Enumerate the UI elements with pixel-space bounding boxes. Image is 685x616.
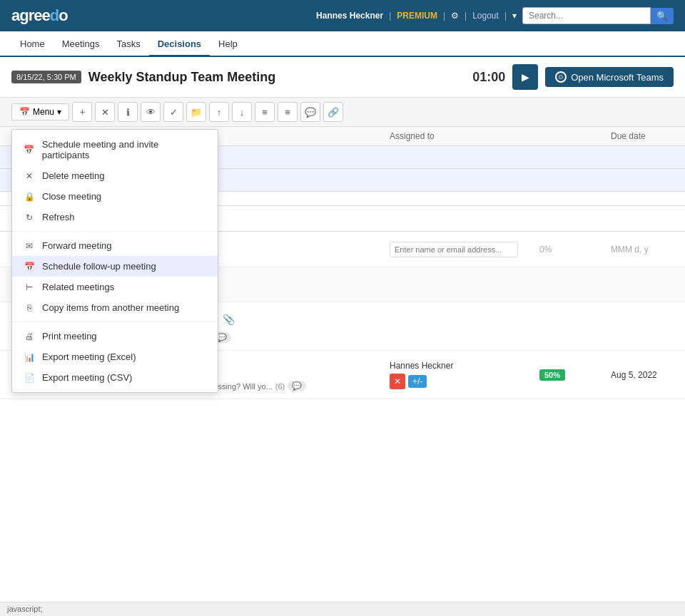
search-button[interactable]: 🔍 [651, 8, 674, 24]
print-icon: 🖨 [24, 332, 35, 342]
followup-calendar-icon: 📅 [24, 262, 35, 272]
outdent-button[interactable]: ≡ [278, 102, 298, 122]
meeting-header: 8/15/22, 5:30 PM Weekly Standup Team Mee… [0, 57, 685, 98]
excel-icon: 📊 [24, 352, 35, 362]
separator-2 [12, 322, 218, 322]
logout-link[interactable]: Logout [472, 11, 499, 21]
search-input[interactable] [522, 7, 651, 24]
dropdown-chevron-icon[interactable]: ▾ [512, 11, 517, 21]
email-icon: ✉ [24, 241, 35, 251]
item-3-2-progress-cell: 50% [539, 369, 611, 380]
check-button[interactable]: ✓ [163, 102, 183, 122]
nav-help[interactable]: Help [210, 33, 246, 55]
nav-tasks[interactable]: Tasks [108, 33, 148, 55]
lock-icon: 🔒 [24, 192, 35, 202]
nav-decisions[interactable]: Decisions [149, 33, 210, 56]
menu-forward-meeting[interactable]: ✉ Forward meeting [12, 235, 218, 256]
menu-delete-meeting[interactable]: ✕ Delete meeting [12, 165, 218, 186]
user-name: Hannes Heckner [316, 11, 383, 21]
top-bar: agreedo Hannes Heckner | PREMIUM | ⚙ | L… [0, 0, 685, 31]
delete-button[interactable]: ✕ [95, 102, 115, 122]
item-3-2-count: (6) [275, 382, 285, 391]
item-2-1-progress: 0% [539, 245, 611, 255]
reject-button[interactable]: ✕ [390, 374, 405, 389]
toolbar: 📅 Menu ▾ ＋ ✕ ℹ 👁 ✓ 📁 ↑ ↓ ≡ ≡ 💬 🔗 📅 Sched… [0, 98, 685, 127]
dropdown-menu: 📅 Schedule meeting and invite participan… [11, 129, 218, 393]
add-item-button[interactable]: ＋ [72, 102, 92, 122]
comment-button[interactable]: 💬 [300, 102, 320, 122]
search-container: 🔍 [522, 7, 674, 24]
col-duedate: Due date [611, 131, 685, 141]
menu-schedule-followup[interactable]: 📅 Schedule follow-up meeting [12, 256, 218, 277]
item-2-1-assigned [390, 242, 539, 257]
nav-home[interactable]: Home [11, 33, 54, 55]
menu-schedule-invite[interactable]: 📅 Schedule meeting and invite participan… [12, 134, 218, 165]
top-right: Hannes Heckner | PREMIUM | ⚙ | Logout | … [316, 7, 674, 24]
menu-export-excel[interactable]: 📊 Export meeting (Excel) [12, 346, 218, 367]
move-up-button[interactable]: ↑ [209, 102, 229, 122]
csv-icon: 📄 [24, 373, 35, 383]
status-bar: javascript; [0, 602, 685, 616]
item-3-2-assigned: Hannes Heckner [390, 361, 539, 371]
teams-circle-icon: ⊙ [555, 71, 567, 83]
item-3-2-comment-icon[interactable]: 💬 [288, 381, 306, 391]
meeting-header-left: 8/15/22, 5:30 PM Weekly Standup Team Mee… [11, 70, 275, 85]
meeting-title: Weekly Standup Team Meeting [88, 70, 275, 85]
logo: agreedo [11, 6, 68, 25]
nav-meetings[interactable]: Meetings [54, 33, 108, 55]
refresh-icon: ↻ [24, 212, 35, 222]
item-3-2-assigned-cell: Hannes Heckner ✕ +/- [390, 361, 539, 389]
open-teams-button[interactable]: ⊙ Open Microsoft Teams [545, 67, 674, 87]
nav-bar: Home Meetings Tasks Decisions Help [0, 31, 685, 57]
menu-calendar-icon: 📅 [19, 107, 30, 117]
copy-icon: ⎘ [24, 303, 35, 313]
item-3-2-date: Aug 5, 2022 [611, 370, 685, 380]
menu-export-csv[interactable]: 📄 Export meeting (CSV) [12, 367, 218, 388]
assigned-input-2-1[interactable] [390, 242, 518, 257]
meeting-header-right: 01:00 ▶ ⊙ Open Microsoft Teams [472, 64, 674, 90]
branch-icon: ⊢ [24, 282, 35, 292]
item-3-2-progress: 50% [539, 369, 565, 381]
folder-button[interactable]: 📁 [186, 102, 206, 122]
move-down-button[interactable]: ↓ [232, 102, 252, 122]
premium-badge: PREMIUM [397, 11, 437, 21]
col-progress [539, 131, 611, 141]
menu-button[interactable]: 📅 Menu ▾ [11, 103, 69, 120]
play-button[interactable]: ▶ [512, 64, 538, 90]
menu-close-meeting[interactable]: 🔒 Close meeting [12, 186, 218, 207]
separator-1 [12, 231, 218, 232]
menu-chevron-icon: ▾ [57, 107, 61, 117]
item-2-1-date: MMM d, y [611, 245, 685, 255]
menu-print[interactable]: 🖨 Print meeting [12, 326, 218, 346]
meeting-timer: 01:00 [472, 70, 505, 85]
attachment-icon: 📎 [223, 314, 235, 325]
indent-button[interactable]: ≡ [255, 102, 275, 122]
menu-copy-items[interactable]: ⎘ Copy items from another meeting [12, 297, 218, 318]
action-buttons: ✕ +/- [390, 374, 539, 389]
gear-icon[interactable]: ⚙ [451, 11, 459, 21]
menu-refresh[interactable]: ↻ Refresh [12, 207, 218, 227]
info-button[interactable]: ℹ [118, 102, 138, 122]
calendar-icon: 📅 [24, 145, 35, 155]
delete-x-icon: ✕ [24, 171, 35, 181]
meeting-date-badge: 8/15/22, 5:30 PM [11, 71, 81, 83]
view-button[interactable]: 👁 [141, 102, 161, 122]
link-button[interactable]: 🔗 [323, 102, 343, 122]
status-text: javascript; [7, 605, 43, 613]
menu-related-meetings[interactable]: ⊢ Related meetings [12, 277, 218, 297]
plus-minus-button[interactable]: +/- [408, 375, 427, 388]
col-assigned: Assigned to [390, 131, 539, 141]
